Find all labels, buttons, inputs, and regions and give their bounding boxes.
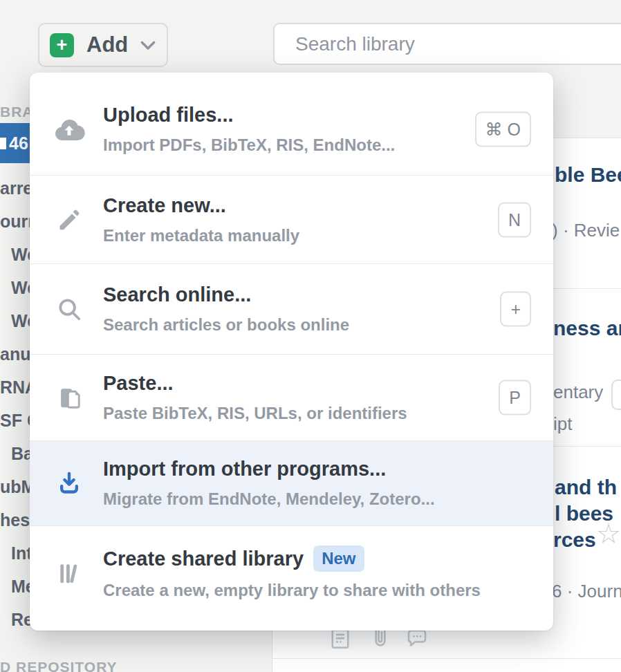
star-icon[interactable]: ☆ bbox=[596, 520, 621, 548]
app-window: + Add BRA 46 arre ourn We We We anu RNA … bbox=[0, 0, 621, 672]
paper-title[interactable]: rces bbox=[553, 528, 596, 552]
menu-item-search-online[interactable]: Search online... Search articles or book… bbox=[30, 263, 553, 354]
add-dropdown-menu: Upload files... Import PDFs, BibTeX, RIS… bbox=[30, 73, 553, 631]
menu-item-title: Search online... bbox=[103, 283, 349, 306]
menu-item-paste[interactable]: Paste... Paste BibTeX, RIS, URLs, or ide… bbox=[30, 354, 553, 440]
menu-item-subtitle: Enter metadata manually bbox=[103, 226, 299, 245]
menu-item-subtitle: Paste BibTeX, RIS, URLs, or identifiers bbox=[103, 404, 407, 423]
sidebar-section-repository: D REPOSITORY bbox=[0, 659, 118, 672]
paper-title[interactable]: ble Bee bbox=[555, 163, 621, 187]
search-icon bbox=[53, 296, 85, 322]
menu-item-subtitle: Migrate from EndNote, Mendeley, Zotero..… bbox=[103, 489, 435, 509]
paper-meta: 6 · Journ bbox=[552, 581, 621, 602]
cloud-upload-icon bbox=[53, 115, 85, 143]
menu-item-title: Create new... bbox=[103, 194, 299, 217]
add-button[interactable]: + Add bbox=[38, 23, 168, 67]
menu-item-subtitle: Import PDFs, BibTeX, RIS, EndNote... bbox=[103, 136, 395, 155]
menu-item-create-shared-library[interactable]: Create shared library New Create a new, … bbox=[30, 525, 553, 619]
sidebar-selected-icon-fragment bbox=[0, 138, 6, 149]
pencil-icon bbox=[53, 207, 85, 233]
menu-item-subtitle: Search articles or books online bbox=[103, 315, 349, 335]
menu-item-upload-files[interactable]: Upload files... Import PDFs, BibTeX, RIS… bbox=[30, 84, 553, 175]
shortcut-badge: P bbox=[499, 380, 531, 416]
menu-item-title: Paste... bbox=[103, 372, 407, 395]
menu-item-subtitle: Create a new, empty library to share wit… bbox=[103, 581, 481, 600]
add-button-label: Add bbox=[86, 32, 128, 57]
paper-title[interactable]: and th bbox=[555, 476, 617, 499]
library-icon bbox=[53, 560, 85, 586]
menu-item-title: Import from other programs... bbox=[103, 458, 435, 480]
shortcut-badge: N bbox=[498, 202, 531, 237]
menu-item-title: Upload files... bbox=[103, 104, 395, 127]
sidebar-item[interactable]: arre bbox=[0, 178, 33, 198]
clipboard-icon bbox=[53, 384, 85, 411]
list-row-divider bbox=[272, 658, 621, 659]
menu-item-create-new[interactable]: Create new... Enter metadata manually N bbox=[30, 175, 553, 263]
chevron-down-icon bbox=[138, 35, 158, 55]
new-badge: New bbox=[313, 545, 364, 572]
paper-meta: entary bbox=[553, 382, 603, 403]
plus-icon: + bbox=[50, 33, 74, 57]
sidebar-item[interactable]: anu bbox=[0, 344, 30, 364]
paper-action-badge[interactable] bbox=[611, 380, 621, 410]
menu-item-title: Create shared library bbox=[103, 548, 304, 570]
paper-title[interactable]: ness ar bbox=[553, 317, 621, 340]
search-input[interactable] bbox=[273, 23, 621, 65]
sidebar-section-library: BRA bbox=[0, 104, 34, 120]
shortcut-badge: + bbox=[500, 292, 531, 327]
menu-item-import-from-other-programs[interactable]: Import from other programs... Migrate fr… bbox=[30, 440, 553, 525]
sidebar-item-count: 46 bbox=[9, 133, 28, 153]
paper-meta: ipt bbox=[553, 413, 572, 435]
download-icon bbox=[53, 469, 85, 497]
sidebar-item[interactable]: Int bbox=[11, 543, 33, 563]
paper-meta: ) · Revie bbox=[552, 220, 620, 241]
shortcut-badge: ⌘ O bbox=[475, 112, 531, 147]
